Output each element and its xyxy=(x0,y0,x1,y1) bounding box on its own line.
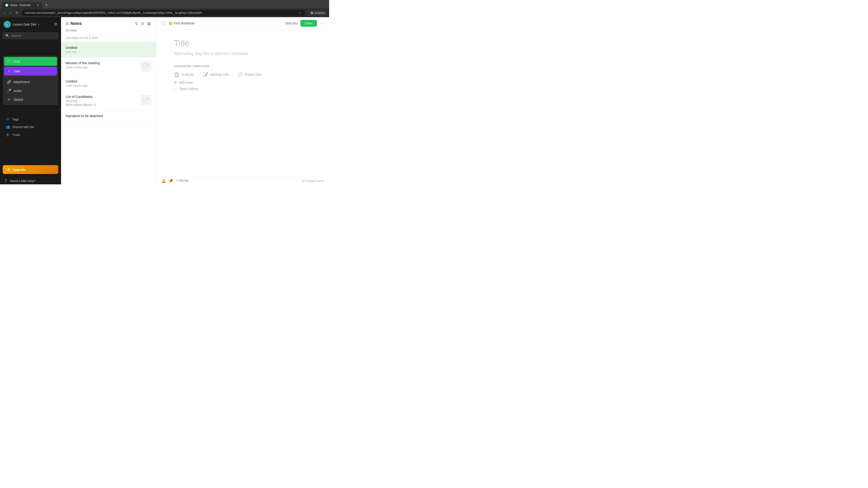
tab-title: Notes - Evernote xyxy=(10,4,35,7)
sidebar-nav: 🏷 Tags 👥 Shared with Me 🗑 Trash xyxy=(0,113,61,140)
filter-button[interactable]: ⊟ xyxy=(141,21,145,26)
settings-icon[interactable]: ⚙ xyxy=(54,22,57,27)
search-bar[interactable]: 🔍 Search xyxy=(3,32,58,39)
editor-panel: ⛶ 📒 First Notebook Only you Share ⋯ Titl… xyxy=(156,17,329,184)
note-content: Untitled a few minutes ago xyxy=(66,79,151,87)
trash-icon: 🗑 xyxy=(5,133,10,137)
note-item-untitled-2[interactable]: Untitled a few minutes ago xyxy=(61,76,156,91)
notes-title-row: ☰ Notes ⇅ ⊟ ▦ xyxy=(66,21,151,26)
incognito-label: Incognito xyxy=(314,11,324,14)
notes-list: ☰ Notes ⇅ ⊟ ▦ 14 notes Last edited on Fe… xyxy=(61,17,156,184)
note-title: Untitled xyxy=(66,46,151,50)
attachment-icon: 🔗 xyxy=(7,80,11,84)
task-button[interactable]: ✓ Task xyxy=(4,67,57,75)
share-button[interactable]: Share xyxy=(301,20,317,27)
notes-last-edited: Last edited on Feb 3, 2024 xyxy=(61,35,156,42)
note-time: Just now xyxy=(66,51,151,54)
sketch-label: Sketch xyxy=(13,98,23,101)
note-button[interactable]: ☐ Note xyxy=(4,57,57,66)
more-options-button[interactable]: ⋯ xyxy=(320,21,324,26)
sketch-button[interactable]: ✏ Sketch xyxy=(4,95,57,104)
attachment-button[interactable]: 🔗 Attachment xyxy=(4,77,57,86)
share-visibility: Only you xyxy=(285,22,298,25)
new-tab-button[interactable]: + xyxy=(43,2,50,8)
active-tab[interactable]: Notes - Evernote ✕ xyxy=(2,2,42,8)
editor-bottom-bar: 🔔 📌 + Add tag All changes saved xyxy=(156,176,329,184)
note-tags: @john @jane @grace +2 xyxy=(66,103,138,106)
suggested-templates-label: SUGGESTED TEMPLATES xyxy=(174,65,311,68)
sidebar-item-shared[interactable]: 👥 Shared with Me xyxy=(2,123,59,131)
template-meeting[interactable]: 📝 Meeting note xyxy=(203,72,228,77)
open-gallery[interactable]: ⋯ Open Gallery xyxy=(174,87,311,91)
tab-bar: Notes - Evernote ✕ + xyxy=(0,0,329,8)
note-title: Untitled xyxy=(66,79,151,83)
nav-right: 🕵 Incognito xyxy=(309,11,327,15)
project-template-label: Project plan xyxy=(245,73,261,76)
note-thumbnail: 📄 xyxy=(141,95,151,105)
task-label: Task xyxy=(13,69,20,73)
back-button[interactable]: ‹ xyxy=(3,10,6,16)
upgrade-button[interactable]: ⭐ Upgrade xyxy=(3,165,58,174)
project-template-icon: 📄 xyxy=(238,72,243,77)
upgrade-icon: ⭐ xyxy=(6,167,11,172)
view-toggle-button[interactable]: ▦ xyxy=(147,21,151,26)
pin-icon[interactable]: 📌 xyxy=(168,179,173,183)
sidebar-item-tags[interactable]: 🏷 Tags xyxy=(2,116,59,123)
add-more-templates[interactable]: ⊞ Add more xyxy=(174,80,311,84)
upgrade-label: Upgrade xyxy=(13,168,26,171)
search-text: Search xyxy=(11,34,21,37)
nav-bar: ‹ › ↻ evernote.com/client/web?_sourcePag… xyxy=(0,8,329,17)
gallery-icon: ⋯ xyxy=(174,87,177,91)
editor-toolbar-left: ⛶ 📒 First Notebook xyxy=(161,21,194,25)
reload-button[interactable]: ↻ xyxy=(14,10,20,16)
template-todo[interactable]: 📋 To-do list xyxy=(174,72,194,77)
help-icon: ❓ xyxy=(4,179,8,183)
forward-button[interactable]: › xyxy=(8,10,12,16)
note-content: Untitled Just now xyxy=(66,46,151,54)
note-item-untitled-1[interactable]: Untitled Just now xyxy=(61,42,156,57)
shared-label: Shared with Me xyxy=(12,125,34,129)
audio-label: Audio xyxy=(13,89,22,93)
user-info[interactable]: L Lauren Dale Deli ▾ xyxy=(4,21,39,28)
bell-icon[interactable]: 🔔 xyxy=(161,179,166,183)
add-more-icon: ⊞ xyxy=(174,80,177,84)
address-bar[interactable]: evernote.com/client/web?_sourcePage=ze9b… xyxy=(22,10,305,16)
document-icon: 📄 xyxy=(143,97,149,103)
template-project[interactable]: 📄 Project plan xyxy=(238,72,261,77)
tags-label: Tags xyxy=(12,118,19,121)
add-tag-button[interactable]: + Add tag xyxy=(176,179,188,183)
sidebar-item-trash[interactable]: 🗑 Trash xyxy=(2,131,59,138)
note-item-signature[interactable]: Signature-to be attached xyxy=(61,110,156,123)
sidebar: L Lauren Dale Deli ▾ ⚙ 🔍 Search ☐ Note ✓… xyxy=(0,17,61,184)
notes-count: 14 notes xyxy=(66,29,151,32)
note-time: a few minutes ago xyxy=(66,84,151,87)
sketch-icon: ✏ xyxy=(7,97,11,102)
meeting-template-label: Meeting note xyxy=(210,73,228,76)
bookmark-icon[interactable]: ☆ xyxy=(299,11,302,15)
meeting-template-icon: 📝 xyxy=(203,72,208,77)
task-icon: ✓ xyxy=(7,69,11,73)
audio-button[interactable]: 🎤 Audio xyxy=(4,86,57,95)
save-status: All changes saved xyxy=(302,180,324,183)
notebook-breadcrumb[interactable]: 📒 First Notebook xyxy=(168,22,194,25)
editor-toolbar: ⛶ 📒 First Notebook Only you Share ⋯ xyxy=(156,17,329,30)
editor-content[interactable]: Title Start writing, drag files or start… xyxy=(156,30,329,176)
expand-icon[interactable]: ⛶ xyxy=(161,21,165,25)
tab-close-button[interactable]: ✕ xyxy=(37,3,39,7)
editor-content-placeholder: Start writing, drag files or start from … xyxy=(174,52,311,56)
tab-favicon xyxy=(5,3,8,7)
username: Lauren Dale Deli xyxy=(13,23,36,26)
todo-template-label: To-do list xyxy=(181,73,194,76)
attachment-label: Attachment xyxy=(13,80,30,84)
help-item[interactable]: ❓ Need a little help? xyxy=(0,177,61,184)
incognito-icon: 🕵 xyxy=(310,11,313,14)
note-content: Minutes of the meeting a few minutes ago xyxy=(66,61,138,69)
note-label: Note xyxy=(13,60,20,63)
note-title: List of Candidates xyxy=(66,95,138,98)
sort-button[interactable]: ⇅ xyxy=(134,21,138,26)
app-container: L Lauren Dale Deli ▾ ⚙ 🔍 Search ☐ Note ✓… xyxy=(0,17,329,184)
notes-actions: ⇅ ⊟ ▦ xyxy=(134,21,151,26)
editor-title-placeholder[interactable]: Title xyxy=(174,39,311,48)
note-item-candidates[interactable]: List of Candidates Yesterday @john @jane… xyxy=(61,91,156,110)
note-item-minutes[interactable]: Minutes of the meeting a few minutes ago… xyxy=(61,57,156,76)
